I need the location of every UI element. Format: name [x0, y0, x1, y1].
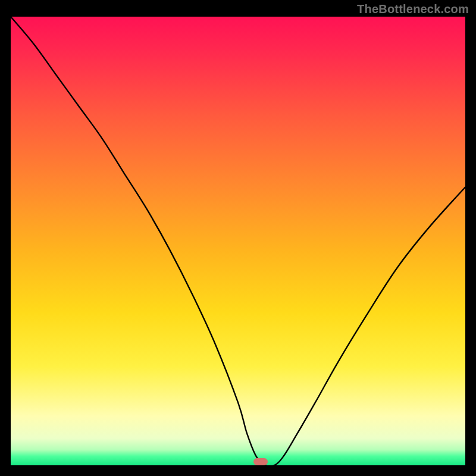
plot-area	[11, 17, 465, 465]
chart-frame: TheBottleneck.com	[0, 0, 476, 476]
curve-layer	[11, 17, 465, 465]
minimum-marker	[253, 458, 268, 465]
bottleneck-curve	[11, 17, 465, 465]
attribution-label: TheBottleneck.com	[357, 2, 469, 16]
